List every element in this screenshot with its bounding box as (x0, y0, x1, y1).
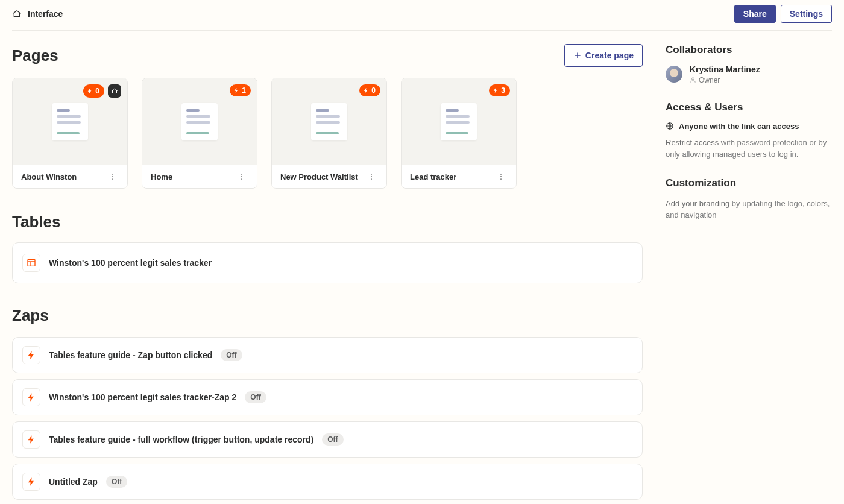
svg-point-3 (241, 174, 242, 175)
svg-point-4 (241, 176, 242, 177)
page-title: Interface (28, 9, 63, 19)
zap-icon (22, 388, 40, 406)
svg-point-8 (371, 178, 372, 180)
svg-point-6 (371, 174, 372, 175)
page-card[interactable]: 0About Winston (12, 78, 128, 189)
page-preview: 0 (272, 78, 386, 165)
svg-point-1 (112, 176, 113, 177)
restrict-access-link[interactable]: Restrict access (666, 138, 719, 147)
svg-point-2 (112, 178, 113, 180)
table-row[interactable]: Winston's 100 percent legit sales tracke… (12, 242, 643, 283)
more-menu-button[interactable] (106, 171, 119, 182)
access-heading: Access & Users (666, 101, 832, 113)
interface-icon (12, 9, 22, 19)
svg-point-13 (692, 78, 694, 80)
page-preview: 1 (142, 78, 257, 165)
more-menu-button[interactable] (494, 171, 508, 182)
tables-heading: Tables (12, 213, 643, 232)
globe-icon (666, 122, 674, 130)
page-card[interactable]: 0New Product Waitlist (271, 78, 387, 189)
page-title-block: Interface (12, 9, 63, 19)
customization-description: Add your branding by updating the logo, … (666, 198, 832, 221)
settings-button[interactable]: Settings (781, 5, 832, 23)
table-title: Winston's 100 percent legit sales tracke… (49, 258, 212, 268)
page-preview: 0 (13, 78, 127, 165)
more-menu-button[interactable] (235, 171, 248, 182)
zap-count-badge: 0 (359, 84, 380, 96)
zap-icon (22, 346, 40, 364)
more-menu-button[interactable] (365, 171, 378, 182)
svg-rect-12 (28, 260, 35, 266)
access-status: Anyone with the link can access (666, 122, 832, 131)
collaborator-row: Krystina Martinez Owner (666, 65, 832, 84)
zap-title: Tables feature guide - Zap button clicke… (49, 350, 212, 360)
zap-icon (22, 473, 40, 491)
zap-icon (22, 430, 40, 449)
collaborators-heading: Collaborators (666, 44, 832, 56)
page-card[interactable]: 3Lead tracker (401, 78, 517, 189)
zap-row[interactable]: Tables feature guide - full workflow (tr… (12, 421, 643, 458)
create-page-label: Create page (585, 49, 634, 61)
zap-title: Untitled Zap (49, 477, 98, 487)
add-branding-link[interactable]: Add your branding (666, 199, 729, 208)
share-button[interactable]: Share (734, 5, 776, 23)
zap-row[interactable]: Untitled ZapOff (12, 464, 643, 500)
svg-point-10 (500, 176, 502, 177)
svg-point-9 (500, 174, 502, 175)
zap-title: Winston's 100 percent legit sales tracke… (49, 392, 236, 402)
collaborator-name: Krystina Martinez (690, 65, 760, 75)
home-badge (108, 84, 121, 98)
person-icon (690, 77, 696, 83)
doc-thumbnail (52, 103, 88, 140)
page-card[interactable]: 1Home (142, 78, 257, 189)
table-icon (22, 254, 40, 272)
svg-point-11 (500, 178, 502, 180)
zap-status: Off (106, 476, 127, 488)
create-page-button[interactable]: Create page (564, 44, 643, 67)
doc-thumbnail (181, 103, 218, 140)
svg-point-0 (112, 174, 113, 175)
avatar (666, 66, 682, 83)
doc-thumbnail (311, 103, 347, 140)
zap-row[interactable]: Winston's 100 percent legit sales tracke… (12, 379, 643, 415)
svg-point-5 (241, 178, 242, 180)
page-preview: 3 (402, 78, 516, 165)
page-card-title: About Winston (21, 172, 77, 181)
pages-heading: Pages (12, 46, 58, 65)
page-card-title: Home (151, 172, 172, 181)
zap-status: Off (221, 349, 242, 361)
zap-count-badge: 3 (489, 84, 510, 96)
zap-row[interactable]: Tables feature guide - Zap button clicke… (12, 337, 643, 373)
zaps-heading: Zaps (12, 306, 643, 325)
plus-icon (573, 51, 582, 60)
page-card-title: Lead tracker (410, 172, 456, 181)
collaborator-role: Owner (690, 76, 760, 84)
zap-count-badge: 0 (83, 84, 104, 98)
svg-point-7 (371, 176, 372, 177)
zap-title: Tables feature guide - full workflow (tr… (49, 435, 313, 444)
customization-heading: Customization (666, 177, 832, 189)
zap-status: Off (322, 433, 343, 446)
access-description: Restrict access with password protection… (666, 137, 832, 160)
zap-count-badge: 1 (230, 84, 251, 96)
page-card-title: New Product Waitlist (280, 172, 358, 181)
doc-thumbnail (441, 103, 477, 140)
header-bar: Interface Share Settings (12, 0, 832, 31)
zap-status: Off (245, 391, 266, 403)
